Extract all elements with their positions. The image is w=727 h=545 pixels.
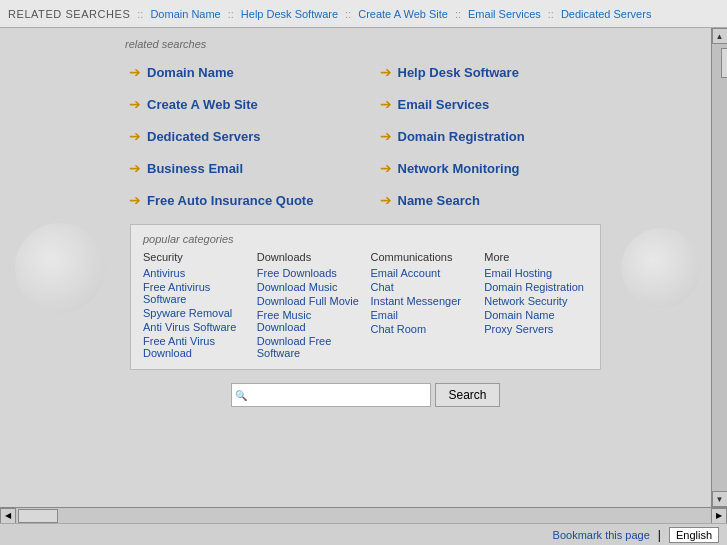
- cat-link-domain-name[interactable]: Domain Name: [484, 309, 588, 321]
- cat-link-free-anti-virus-dl[interactable]: Free Anti Virus Download: [143, 335, 247, 359]
- related-item: ➔ Email Services: [376, 90, 607, 118]
- cat-link-download-movie[interactable]: Download Full Movie: [257, 295, 361, 307]
- arrow-icon: ➔: [380, 96, 392, 112]
- arrow-icon: ➔: [129, 160, 141, 176]
- bottom-bar: Bookmark this page | English: [0, 523, 727, 545]
- cat-link-download-music[interactable]: Download Music: [257, 281, 361, 293]
- arrow-icon: ➔: [129, 192, 141, 208]
- category-communications: Communications Email Account Chat Instan…: [371, 251, 475, 361]
- arrow-icon: ➔: [380, 192, 392, 208]
- cat-link-network-security[interactable]: Network Security: [484, 295, 588, 307]
- arrow-icon: ➔: [129, 64, 141, 80]
- right-decoration: [611, 28, 711, 507]
- related-link-name-search[interactable]: Name Search: [398, 193, 480, 208]
- related-link-create-web[interactable]: Create A Web Site: [147, 97, 258, 112]
- related-item: ➔ Help Desk Software: [376, 58, 607, 86]
- left-decoration: [0, 28, 120, 507]
- cat-title-security: Security: [143, 251, 247, 263]
- popular-section: popular categories Security Antivirus Fr…: [130, 224, 601, 370]
- cat-link-instant-messenger[interactable]: Instant Messenger: [371, 295, 475, 307]
- arrow-icon: ➔: [380, 160, 392, 176]
- cat-link-email[interactable]: Email: [371, 309, 475, 321]
- scroll-left-button[interactable]: ◀: [0, 508, 16, 524]
- cat-link-download-software[interactable]: Download Free Software: [257, 335, 361, 359]
- popular-categories-label: popular categories: [143, 233, 588, 245]
- topbar-link-email-services[interactable]: Email Services: [468, 8, 541, 20]
- related-link-email-services[interactable]: Email Services: [398, 97, 490, 112]
- arrow-icon: ➔: [380, 128, 392, 144]
- cat-link-free-antivirus[interactable]: Free Antivirus Software: [143, 281, 247, 305]
- category-security: Security Antivirus Free Antivirus Softwa…: [143, 251, 247, 361]
- search-bar: Search: [125, 375, 606, 415]
- scroll-thumb[interactable]: [721, 48, 728, 78]
- top-bar: RELATED SEARCHES :: Domain Name :: Help …: [0, 0, 727, 28]
- related-item: ➔ Create A Web Site: [125, 90, 356, 118]
- related-item: ➔ Free Auto Insurance Quote: [125, 186, 356, 214]
- related-searches-label: RELATED SEARCHES: [8, 8, 130, 20]
- cat-title-communications: Communications: [371, 251, 475, 263]
- cat-title-more: More: [484, 251, 588, 263]
- language-selector[interactable]: English: [669, 527, 719, 543]
- scroll-down-button[interactable]: ▼: [712, 491, 728, 507]
- cat-link-free-downloads[interactable]: Free Downloads: [257, 267, 361, 279]
- cat-link-chat[interactable]: Chat: [371, 281, 475, 293]
- categories-grid: Security Antivirus Free Antivirus Softwa…: [143, 251, 588, 361]
- cat-link-email-hosting[interactable]: Email Hosting: [484, 267, 588, 279]
- cat-link-free-music-dl[interactable]: Free Music Download: [257, 309, 361, 333]
- cat-link-spyware[interactable]: Spyware Removal: [143, 307, 247, 319]
- related-link-domain-name[interactable]: Domain Name: [147, 65, 234, 80]
- cat-link-antivirus-software[interactable]: Anti Virus Software: [143, 321, 247, 333]
- arrow-icon: ➔: [129, 128, 141, 144]
- related-link-network-monitoring[interactable]: Network Monitoring: [398, 161, 520, 176]
- related-item: ➔ Domain Registration: [376, 122, 607, 150]
- right-circle: [621, 228, 701, 308]
- topbar-link-create-web[interactable]: Create A Web Site: [358, 8, 448, 20]
- related-item: ➔ Dedicated Servers: [125, 122, 356, 150]
- search-input[interactable]: [231, 383, 431, 407]
- related-item: ➔ Name Search: [376, 186, 607, 214]
- scroll-up-button[interactable]: ▲: [712, 28, 728, 44]
- main-area: related searches ➔ Domain Name ➔ Help De…: [0, 28, 711, 507]
- category-downloads: Downloads Free Downloads Download Music …: [257, 251, 361, 361]
- related-link-insurance[interactable]: Free Auto Insurance Quote: [147, 193, 313, 208]
- cat-link-domain-registration[interactable]: Domain Registration: [484, 281, 588, 293]
- related-item: ➔ Network Monitoring: [376, 154, 607, 182]
- bookmark-link[interactable]: Bookmark this page: [553, 529, 650, 541]
- arrow-icon: ➔: [129, 96, 141, 112]
- topbar-link-domain-name[interactable]: Domain Name: [150, 8, 220, 20]
- related-link-domain-registration[interactable]: Domain Registration: [398, 129, 525, 144]
- scroll-h-thumb[interactable]: [18, 509, 58, 523]
- cat-link-chat-room[interactable]: Chat Room: [371, 323, 475, 335]
- related-searches-heading: related searches: [125, 38, 606, 50]
- related-link-business-email[interactable]: Business Email: [147, 161, 243, 176]
- cat-title-downloads: Downloads: [257, 251, 361, 263]
- related-item: ➔ Domain Name: [125, 58, 356, 86]
- related-item: ➔ Business Email: [125, 154, 356, 182]
- search-input-wrapper: [231, 383, 431, 407]
- scroll-h-track: [16, 508, 711, 523]
- center-content: related searches ➔ Domain Name ➔ Help De…: [120, 28, 611, 507]
- arrow-icon: ➔: [380, 64, 392, 80]
- vertical-scrollbar: ▲ ▼: [711, 28, 727, 507]
- bottom-area: ◀ ▶ Bookmark this page | English: [0, 507, 727, 545]
- cat-link-antivirus[interactable]: Antivirus: [143, 267, 247, 279]
- cat-link-email-account[interactable]: Email Account: [371, 267, 475, 279]
- scroll-right-button[interactable]: ▶: [711, 508, 727, 524]
- category-more: More Email Hosting Domain Registration N…: [484, 251, 588, 361]
- topbar-link-help-desk[interactable]: Help Desk Software: [241, 8, 338, 20]
- related-grid: ➔ Domain Name ➔ Help Desk Software ➔ Cre…: [125, 58, 606, 214]
- topbar-link-dedicated-servers[interactable]: Dedicated Servers: [561, 8, 652, 20]
- related-link-dedicated-servers[interactable]: Dedicated Servers: [147, 129, 260, 144]
- content-wrapper: related searches ➔ Domain Name ➔ Help De…: [0, 28, 711, 507]
- horizontal-scrollbar: ◀ ▶: [0, 507, 727, 523]
- cat-link-proxy-servers[interactable]: Proxy Servers: [484, 323, 588, 335]
- left-circle: [15, 223, 105, 313]
- search-button[interactable]: Search: [435, 383, 499, 407]
- related-link-help-desk[interactable]: Help Desk Software: [398, 65, 519, 80]
